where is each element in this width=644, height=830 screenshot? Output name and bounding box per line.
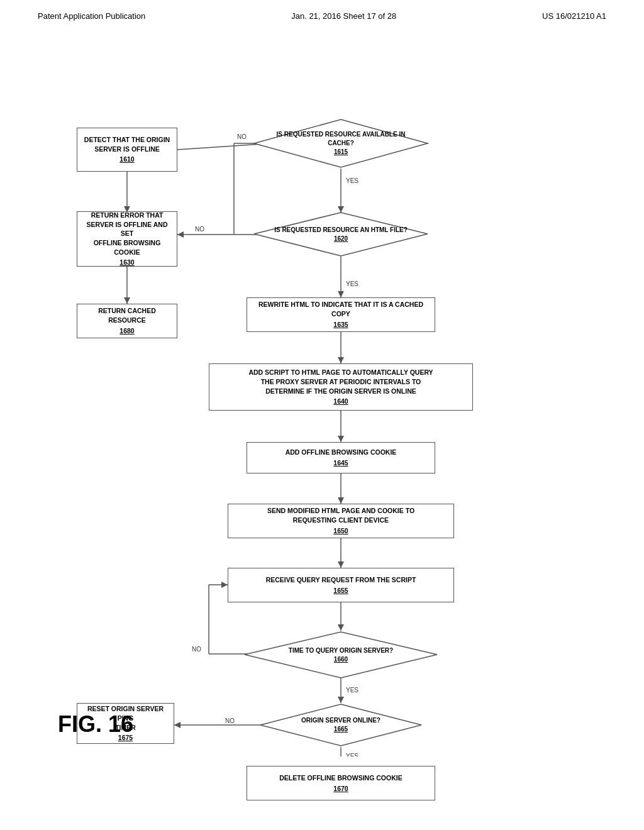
svg-marker-12 [338,291,344,297]
node-1610: DETECT THAT THE ORIGINSERVER IS OFFLINE … [77,128,177,172]
fig-label: FIG. 16 [58,711,133,738]
node-1615: IS REQUESTED RESOURCE AVAILABLE INCACHE?… [253,118,429,169]
svg-marker-30 [174,722,180,728]
header-right: US 16/021210 A1 [542,11,606,21]
svg-marker-26 [221,582,228,588]
diagram-container: NO YES NO YES NO YES NO YES DETECT THAT … [39,27,605,756]
svg-marker-20 [338,562,344,568]
node-1630: RETURN ERROR THATSERVER IS OFFLINE AND S… [77,211,177,267]
svg-text:NO: NO [192,646,201,653]
svg-text:YES: YES [346,177,358,184]
node-1620: IS REQUESTED RESOURCE AN HTML FILE?1620 [253,211,429,257]
node-1645: ADD OFFLINE BROWSING COOKIE 1645 [247,442,435,473]
node-1680: RETURN CACHED RESOURCE 1680 [77,304,177,338]
svg-text:NO: NO [195,226,204,233]
svg-marker-16 [338,436,344,442]
node-1640: ADD SCRIPT TO HTML PAGE TO AUTOMATICALLY… [209,363,473,411]
node-1650: SEND MODIFIED HTML PAGE AND COOKIE TOREQ… [228,504,454,538]
svg-marker-18 [338,497,344,504]
node-1635: REWRITE HTML TO INDICATE THAT IT IS A CA… [247,297,435,332]
page-header: Patent Application Publication Jan. 21, … [0,0,644,27]
svg-text:YES: YES [346,280,358,287]
svg-marker-28 [338,697,344,703]
svg-text:YES: YES [346,687,358,694]
node-1670: DELETE OFFLINE BROWSING COOKIE 1670 [247,766,435,800]
node-1665: ORIGIN SERVER ONLINE?1665 [259,703,423,747]
node-1655: RECEIVE QUERY REQUEST FROM THE SCRIPT 16… [228,568,454,602]
header-left: Patent Application Publication [38,11,145,21]
svg-marker-14 [338,357,344,363]
svg-text:NO: NO [237,133,247,140]
svg-marker-34 [124,297,130,304]
svg-text:YES: YES [346,753,358,756]
header-center: Jan. 21, 2016 Sheet 17 of 28 [291,11,396,21]
svg-text:NO: NO [225,717,235,724]
node-1660: TIME TO QUERY ORIGIN SERVER?1660 [243,631,438,679]
svg-marker-7 [177,231,184,238]
svg-marker-22 [338,624,344,631]
